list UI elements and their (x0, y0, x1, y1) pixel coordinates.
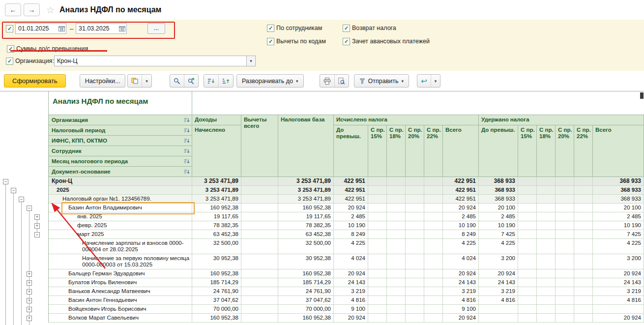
value-cell[interactable] (368, 221, 387, 230)
value-cell[interactable]: 20 924 (593, 314, 644, 323)
value-cell[interactable] (574, 254, 593, 269)
value-cell[interactable]: 3 253 471,89 (192, 186, 241, 195)
value-cell[interactable] (387, 314, 406, 323)
col-header-calc-18[interactable]: С пр. 18% (387, 125, 406, 177)
value-cell[interactable] (518, 296, 537, 305)
expand-node-button[interactable]: + (34, 223, 40, 229)
value-cell[interactable]: 20 924 (593, 269, 644, 278)
value-cell[interactable]: 4 024 (334, 254, 368, 269)
value-cell[interactable] (537, 314, 556, 323)
value-cell[interactable] (424, 212, 443, 221)
value-cell[interactable]: 3 253 471,89 (278, 186, 334, 195)
value-cell[interactable] (241, 239, 278, 254)
value-cell[interactable] (387, 296, 406, 305)
date-to-field[interactable]: 31.03.2025 (76, 23, 127, 34)
value-cell[interactable] (518, 186, 537, 195)
value-cell[interactable]: 160 952,38 (192, 204, 241, 212)
value-cell[interactable]: 32 500,00 (192, 239, 241, 254)
value-cell[interactable] (368, 239, 387, 254)
row-header-employee[interactable]: Сотрудник (49, 146, 192, 156)
value-cell[interactable] (518, 204, 537, 212)
expand-node-button[interactable]: + (27, 298, 32, 303)
value-cell[interactable] (424, 221, 443, 230)
value-cell[interactable] (518, 254, 537, 269)
value-cell[interactable] (518, 314, 537, 323)
expand-node-button[interactable]: + (27, 289, 32, 295)
value-cell[interactable]: 20 924 (479, 269, 518, 278)
row-label-cell[interactable]: янв. 2025 (49, 212, 192, 221)
value-cell[interactable]: 160 952,38 (192, 314, 241, 323)
expand-to-button[interactable]: Разворачивать до ▾ (236, 74, 304, 88)
value-cell[interactable] (518, 221, 537, 230)
value-cell[interactable] (556, 254, 574, 269)
expand-node-button[interactable]: + (27, 307, 32, 312)
value-cell[interactable]: 3 253 471,89 (192, 195, 241, 204)
value-cell[interactable] (537, 204, 556, 212)
value-cell[interactable] (556, 186, 574, 195)
sort-icon[interactable] (184, 138, 190, 144)
value-cell[interactable]: 3 200 (593, 254, 644, 269)
value-cell[interactable] (387, 186, 406, 195)
value-cell[interactable]: 4 024 (443, 254, 479, 269)
value-cell[interactable] (387, 204, 406, 212)
value-cell[interactable] (574, 296, 593, 305)
row-label-cell[interactable]: 2025 (49, 186, 192, 195)
value-cell[interactable] (556, 230, 574, 239)
print-preview-button[interactable] (335, 75, 349, 87)
value-cell[interactable]: 20 100 (479, 204, 518, 212)
value-cell[interactable]: 10 190 (443, 221, 479, 230)
value-cell[interactable]: 368 933 (593, 186, 644, 195)
value-cell[interactable] (556, 305, 574, 314)
advance-offset-checkbox[interactable]: ✓ (343, 38, 350, 45)
value-cell[interactable] (574, 287, 593, 296)
date-from-field[interactable]: 01.01.2025 (15, 23, 66, 34)
col-header-tax-base[interactable]: Налоговая база (278, 115, 334, 177)
value-cell[interactable]: 185 714,29 (278, 278, 334, 287)
row-header-month[interactable]: Месяц налогового периода (49, 156, 192, 167)
sums-excess-checkbox[interactable]: ✓ (7, 45, 14, 53)
value-cell[interactable] (574, 314, 593, 323)
value-cell[interactable] (241, 204, 278, 212)
row-label-cell[interactable]: Булатов Игорь Виленович (49, 278, 192, 287)
tax-refund-checkbox[interactable]: ✓ (343, 25, 350, 32)
value-cell[interactable]: 4 816 (334, 296, 368, 305)
value-cell[interactable]: 3 219 (479, 287, 518, 296)
value-cell[interactable] (387, 195, 406, 204)
value-cell[interactable]: 20 924 (334, 269, 368, 278)
row-label-cell[interactable]: февр. 2025 (49, 221, 192, 230)
collapse-node-button[interactable]: − (27, 206, 32, 211)
value-cell[interactable] (406, 254, 424, 269)
row-label-cell[interactable]: Начисление зарплаты и взносов 0000-00000… (49, 239, 192, 254)
organization-checkbox[interactable]: ✓ (6, 58, 13, 65)
value-cell[interactable]: 2 485 (479, 212, 518, 221)
value-cell[interactable] (368, 314, 387, 323)
value-cell[interactable] (424, 314, 443, 323)
value-cell[interactable]: 7 425 (593, 230, 644, 239)
value-cell[interactable] (556, 204, 574, 212)
value-cell[interactable] (537, 254, 556, 269)
collapse-node-button[interactable]: − (3, 179, 8, 184)
value-cell[interactable] (406, 195, 424, 204)
calendar-icon[interactable] (57, 24, 66, 33)
value-cell[interactable]: 422 951 (443, 186, 479, 195)
value-cell[interactable] (537, 278, 556, 287)
value-cell[interactable] (241, 177, 278, 186)
value-cell[interactable] (387, 230, 406, 239)
value-cell[interactable] (406, 305, 424, 314)
value-cell[interactable]: 160 952,38 (278, 314, 334, 323)
value-cell[interactable] (368, 269, 387, 278)
row-label-cell[interactable]: Ваньков Александр Матвеевич (49, 287, 192, 296)
value-cell[interactable] (574, 177, 593, 186)
value-cell[interactable] (556, 278, 574, 287)
value-cell[interactable] (537, 269, 556, 278)
value-cell[interactable]: 10 190 (479, 221, 518, 230)
value-cell[interactable] (537, 195, 556, 204)
value-cell[interactable]: 368 933 (593, 177, 644, 186)
value-cell[interactable]: 20 924 (443, 204, 479, 212)
print-button[interactable] (320, 75, 335, 87)
value-cell[interactable]: 185 714,29 (192, 278, 241, 287)
value-cell[interactable]: 24 761,90 (278, 287, 334, 296)
row-label-cell[interactable]: Васин Антон Геннадьевич (49, 296, 192, 305)
value-cell[interactable] (424, 287, 443, 296)
value-cell[interactable] (241, 186, 278, 195)
